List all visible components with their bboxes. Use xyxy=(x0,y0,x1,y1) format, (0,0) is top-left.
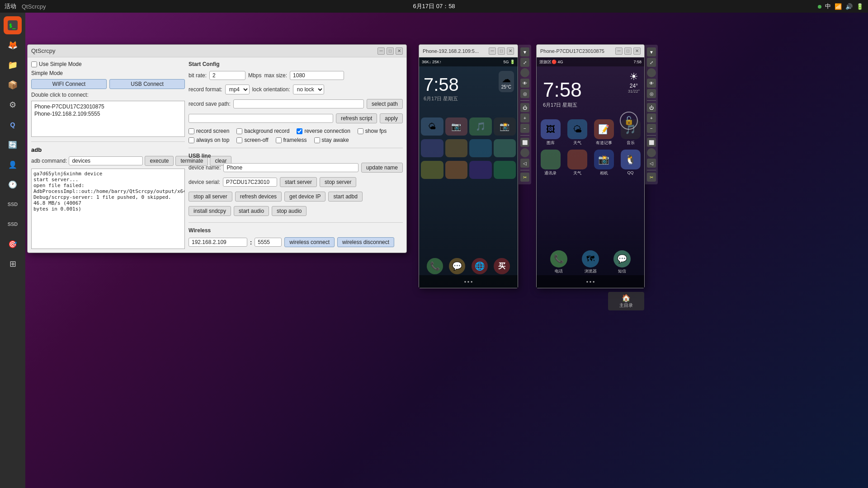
use-simple-mode-checkbox[interactable] xyxy=(31,61,37,67)
record-format-select[interactable]: mp4 xyxy=(225,84,250,94)
phone2-lock[interactable]: 🔓 xyxy=(620,112,638,130)
sidebar-icon-update[interactable]: 🔄 xyxy=(4,136,22,154)
select-path-button[interactable]: select path xyxy=(367,99,403,109)
phone1-ctrl-power[interactable]: ⏻ xyxy=(520,103,529,112)
sidebar-icon-ssd1[interactable]: SSD xyxy=(4,195,22,213)
phone1-ctrl-vol-up[interactable]: + xyxy=(520,113,529,122)
phone1-ctrl-scissors[interactable]: ✂ xyxy=(520,173,529,182)
wireless-disconnect-button[interactable]: wireless disconnect xyxy=(337,237,394,247)
record-save-path-input[interactable] xyxy=(233,99,364,108)
close-button[interactable]: ✕ xyxy=(396,47,403,55)
phone1-app-8[interactable] xyxy=(494,161,516,179)
phone1-app-5[interactable] xyxy=(421,161,443,179)
phone2-screen[interactable]: 浙旅区🔴 4G 7:58 7:58 6月17日 星期五 ☀ 24° 31/22°… xyxy=(537,57,644,288)
lock-orientation-select[interactable]: no lock xyxy=(293,84,324,94)
phone1-screen[interactable]: 36K↓ 25K↑ 5G 🔋 7:58 6月17日 星期五 ☁ 25°C 🌤 📷 xyxy=(419,57,518,288)
phone1-titlebar[interactable]: Phone-192.168.2.109:5... ─ □ ✕ xyxy=(419,45,518,57)
wireless-port-input[interactable] xyxy=(255,238,282,247)
sidebar-icon-qtscrcpy[interactable]: Q xyxy=(4,116,22,134)
wireless-ip-input[interactable] xyxy=(189,238,247,247)
phone2-ctrl-3[interactable] xyxy=(647,68,656,77)
sidebar-icon-firefox[interactable]: 🦊 xyxy=(4,36,22,54)
install-sndcpy-button[interactable]: install sndcpy xyxy=(189,206,231,216)
phone1-ctrl-eye[interactable]: 👁 xyxy=(520,79,529,88)
phone1-ctrl-expand2[interactable]: ⬜ xyxy=(520,138,529,147)
adb-command-input[interactable] xyxy=(69,156,143,165)
phone2-app-5[interactable]: 📸 相机 xyxy=(592,150,616,176)
phone1-ctrl-back[interactable]: ◁ xyxy=(520,159,529,168)
max-size-input[interactable] xyxy=(290,71,344,80)
phone1-app-3[interactable] xyxy=(469,139,492,157)
phone1-close-button[interactable]: ✕ xyxy=(507,47,514,55)
refresh-script-button[interactable]: refresh script xyxy=(336,113,377,123)
phone2-ctrl-12[interactable]: ✂ xyxy=(647,173,656,182)
always-on-top-checkbox[interactable] xyxy=(189,137,194,143)
wireless-connect-button[interactable]: wireless connect xyxy=(284,237,335,247)
phone2-ctrl-4[interactable]: 👁 xyxy=(647,79,656,88)
phone2-dock-msg[interactable]: 💬 短信 xyxy=(613,250,631,274)
apply-button[interactable]: apply xyxy=(380,113,403,123)
phone1-ctrl-eye2[interactable]: ◎ xyxy=(520,89,529,98)
bit-rate-input[interactable] xyxy=(209,71,245,80)
screen-off-checkbox[interactable] xyxy=(236,137,242,143)
phone2-ctrl-8[interactable]: − xyxy=(647,124,656,133)
update-name-button[interactable]: update name xyxy=(361,163,403,173)
sidebar-icon-files[interactable]: 📁 xyxy=(4,56,22,74)
qtscrcpy-titlebar[interactable]: QtScrcpy ─ □ ✕ xyxy=(28,45,406,57)
phone1-dock-msg[interactable]: 💬 xyxy=(449,258,465,274)
phone1-ctrl-circle[interactable] xyxy=(520,148,529,157)
phone1-app-7[interactable] xyxy=(469,161,492,179)
phone2-dock-nav[interactable]: 🗺 浏览器 xyxy=(582,250,599,274)
phone1-app-2[interactable] xyxy=(445,139,468,157)
phone2-titlebar[interactable]: Phone-P7CDU17C23010875 ─ □ ✕ xyxy=(537,45,644,57)
phone2-app-6[interactable]: 🐧 QQ xyxy=(618,150,642,176)
phone2-ctrl-5[interactable]: ◎ xyxy=(647,89,656,98)
stay-awake-checkbox[interactable] xyxy=(314,137,320,143)
phone2-ctrl-6[interactable]: ⏻ xyxy=(647,103,656,112)
device-item-2[interactable]: Phone-192.168.2.109:5555 xyxy=(33,110,183,117)
record-screen-checkbox[interactable] xyxy=(189,128,194,134)
phone1-ctrl-green[interactable]: ▼ xyxy=(520,47,529,56)
phone1-app-weather[interactable]: 🌤 xyxy=(421,117,443,136)
show-fps-checkbox[interactable] xyxy=(358,128,363,134)
usb-connect-button[interactable]: USB Connect xyxy=(109,79,185,89)
script-path-input[interactable] xyxy=(189,114,333,123)
phone1-app-camera[interactable]: 📸 xyxy=(494,117,516,136)
phone2-ctrl-11[interactable]: ◁ xyxy=(647,159,656,168)
phone1-minimize-button[interactable]: ─ xyxy=(489,47,496,55)
phone2-app-weather2[interactable]: 🌤 天气 xyxy=(565,119,589,146)
phone2-app-3[interactable]: 通讯录 xyxy=(538,150,562,176)
stop-all-server-button[interactable]: stop all server xyxy=(189,192,232,202)
frameless-checkbox[interactable] xyxy=(276,137,282,143)
phone1-app-4[interactable] xyxy=(494,139,516,157)
sidebar-icon-terminal[interactable]: $_ xyxy=(4,16,22,34)
minimize-button[interactable]: ─ xyxy=(377,47,385,55)
start-server-button[interactable]: start server xyxy=(280,177,317,187)
lang-label[interactable]: 中 xyxy=(825,2,831,10)
phone1-ctrl-dot[interactable] xyxy=(520,68,529,77)
phone2-dock-call[interactable]: 📞 电话 xyxy=(550,250,567,274)
phone2-app-gallery[interactable]: 🖼 图库 xyxy=(538,119,562,146)
phone1-app-photos[interactable]: 📷 xyxy=(445,117,468,136)
device-serial-input[interactable] xyxy=(223,178,277,187)
wifi-connect-button[interactable]: WIFI Connect xyxy=(31,79,107,89)
stop-audio-button[interactable]: stop audio xyxy=(272,206,307,216)
sidebar-icon-software[interactable]: 📦 xyxy=(4,76,22,94)
get-device-ip-button[interactable]: get device IP xyxy=(284,192,326,202)
phone1-app-6[interactable] xyxy=(445,161,468,179)
phone1-ctrl-expand[interactable]: ⤢ xyxy=(520,58,529,67)
phone1-dock-app[interactable]: 买 xyxy=(494,258,510,274)
phone2-home-button[interactable]: 🏠 xyxy=(610,294,642,302)
phone1-app-music[interactable]: 🎵 xyxy=(469,117,492,136)
phone2-app-notes[interactable]: 📝 有道记事 xyxy=(592,119,616,146)
phone2-ctrl-7[interactable]: + xyxy=(647,113,656,122)
sidebar-icon-users[interactable]: 👤 xyxy=(4,155,22,174)
sidebar-icon-yemu[interactable]: 🎯 xyxy=(4,235,22,253)
stop-server-button[interactable]: stop server xyxy=(320,177,356,187)
sidebar-icon-apps[interactable]: ⊞ xyxy=(4,255,22,273)
phone2-app-4[interactable]: 天气 xyxy=(565,150,589,176)
phone2-ctrl-10[interactable] xyxy=(647,148,656,157)
phone1-ctrl-vol-down[interactable]: − xyxy=(520,124,529,133)
maximize-button[interactable]: □ xyxy=(387,47,394,55)
phone1-maximize-button[interactable]: □ xyxy=(498,47,505,55)
